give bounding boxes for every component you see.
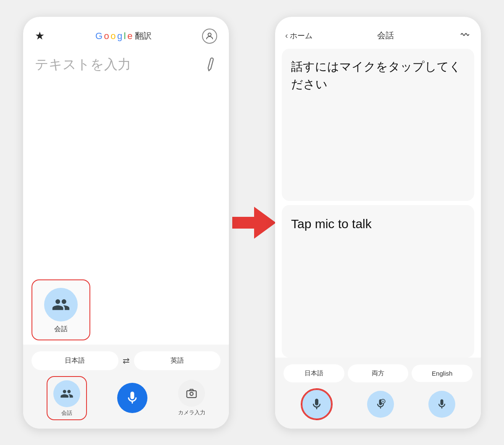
mic-action-circle — [117, 383, 147, 413]
profile-icon[interactable] — [202, 29, 217, 44]
conversation-feature-button[interactable]: 会話 — [32, 279, 90, 340]
right-header: ‹ ホーム 会話 — [275, 17, 481, 49]
camera-action-button[interactable]: カメラ入力 — [178, 380, 205, 416]
highlighted-mic-wrapper — [301, 388, 333, 420]
swap-languages-icon[interactable]: ⇄ — [123, 355, 130, 366]
edit-icon[interactable] — [202, 56, 220, 74]
japanese-mic-button[interactable] — [302, 389, 332, 419]
back-chevron-icon: ‹ — [285, 31, 288, 40]
conversation-feature-area: 会話 — [23, 279, 229, 345]
left-bottom-actions: 会話 カメラ入力 — [32, 376, 220, 420]
conversation-action-label: 会話 — [61, 409, 72, 417]
right-phone-screen: ‹ ホーム 会話 話すにはマイクをタップしてください Tap mic to ta… — [275, 17, 481, 429]
right-lang-switcher: 日本語 両方 English — [284, 364, 472, 382]
left-phone-screen: ★ Google 翻訳 テキストを入力 — [23, 17, 229, 429]
conversation-action-circle — [53, 380, 80, 407]
right-bottom-actions — [284, 388, 472, 420]
svg-rect-1 — [187, 390, 197, 397]
logo-translate-text: 翻訳 — [135, 30, 151, 42]
svg-point-2 — [190, 392, 194, 395]
back-label: ホーム — [290, 31, 312, 41]
right-both-button[interactable]: 両方 — [348, 364, 409, 382]
english-mic-button[interactable] — [428, 391, 455, 418]
right-content-area: 話すにはマイクをタップしてください Tap mic to talk — [275, 49, 481, 358]
page-title: 会話 — [377, 30, 394, 41]
left-target-lang-button[interactable]: 英語 — [134, 351, 221, 370]
both-mic-button[interactable] — [367, 391, 394, 418]
japanese-transcript-text: 話すにはマイクをタップしてください — [291, 58, 465, 93]
favorites-icon[interactable]: ★ — [35, 29, 45, 42]
left-header: ★ Google 翻訳 — [23, 17, 229, 48]
right-japanese-button[interactable]: 日本語 — [284, 364, 344, 382]
google-logo: Google 翻訳 — [95, 30, 151, 42]
conversation-feature-circle — [44, 288, 78, 321]
left-bottom-bar: 日本語 ⇄ 英語 会話 — [23, 345, 229, 429]
conversation-feature-label: 会話 — [54, 325, 68, 334]
transition-arrow — [233, 207, 275, 239]
svg-point-0 — [208, 33, 211, 36]
conversation-action-button[interactable]: 会話 — [47, 376, 87, 420]
left-input-area: テキストを入力 — [23, 48, 229, 279]
input-placeholder[interactable]: テキストを入力 — [35, 55, 131, 74]
camera-action-label: カメラ入力 — [178, 409, 205, 416]
input-placeholder-row: テキストを入力 — [35, 55, 217, 74]
left-lang-switcher: 日本語 ⇄ 英語 — [32, 351, 220, 370]
right-english-button[interactable]: English — [412, 365, 472, 382]
wave-icon[interactable] — [459, 29, 471, 43]
english-transcript-text: Tap mic to talk — [291, 214, 465, 233]
left-source-lang-button[interactable]: 日本語 — [32, 351, 118, 370]
mic-action-button[interactable] — [117, 383, 147, 413]
english-transcript-box: Tap mic to talk — [282, 205, 474, 358]
right-bottom-bar: 日本語 両方 English — [275, 358, 481, 429]
camera-action-circle — [178, 380, 205, 407]
japanese-transcript-box: 話すにはマイクをタップしてください — [282, 49, 474, 201]
back-button[interactable]: ‹ ホーム — [285, 31, 312, 41]
